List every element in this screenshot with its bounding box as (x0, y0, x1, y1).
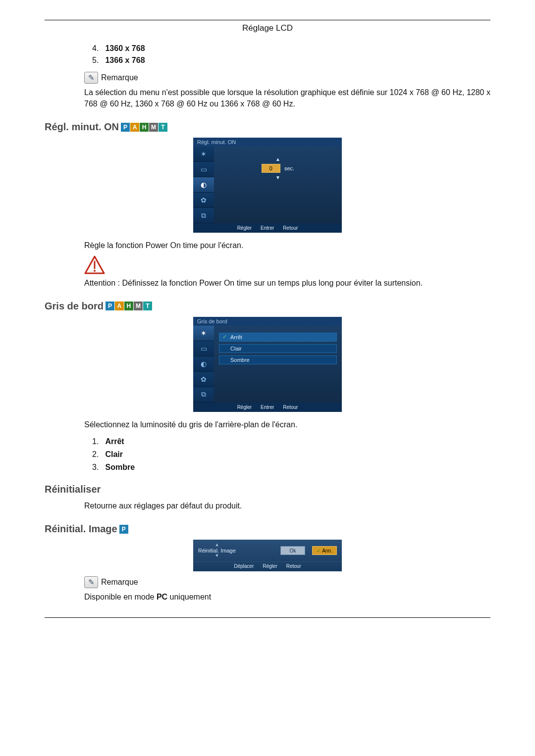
remark-label: Remarque (101, 73, 138, 82)
mode-tags: P A H M T (106, 302, 153, 310)
brightness-icon: ✶ (193, 147, 214, 162)
osd-main: ▲ 0 sec. ▼ (214, 147, 342, 223)
section-title-text: Réinitial. Image (45, 523, 117, 535)
spin-value: 0 (262, 164, 280, 173)
mode-tags: P A H M T (121, 123, 168, 132)
osd-sidebar: ✶ ▭ ◐ ✿ ⧉ (193, 326, 214, 403)
section-title-text: Gris de bord (45, 301, 104, 312)
footer-adjust: Régler (237, 404, 252, 410)
osd-footer: Régler Entrer Retour (193, 403, 342, 412)
timer-icon: ◐ (193, 177, 214, 193)
input-icon: ⧉ (193, 387, 214, 403)
option-label: Arrêt (230, 334, 242, 340)
spin-unit: sec. (284, 165, 294, 171)
mode-tag-a: A (115, 302, 124, 310)
note-icon: ✎ (84, 576, 98, 588)
list-number: 2. (92, 450, 103, 459)
osd-edge-gray: Gris de bord ✶ ▭ ◐ ✿ ⧉ ✓ Arrêt Clair (193, 317, 342, 412)
picture-icon: ▭ (193, 162, 214, 177)
mode-tag-m: M (134, 302, 143, 310)
bottom-divider (45, 617, 490, 618)
power-on-description: Règle la fonction Power On time pour l'é… (84, 240, 490, 251)
picture-icon: ▭ (193, 341, 214, 356)
list-item: 4. 1360 x 768 (92, 44, 490, 53)
check-icon: ✓ (222, 334, 227, 340)
list-number: 4. (92, 44, 103, 53)
gear-icon: ✿ (193, 193, 214, 208)
input-icon: ⧉ (193, 208, 214, 223)
check-icon: ✓ (317, 548, 321, 554)
text-pre: Disponible en mode (84, 593, 157, 601)
resolution-list-continued: 4. 1360 x 768 5. 1366 x 768 (92, 44, 490, 65)
mode-tag-t: T (143, 302, 152, 310)
option-label: Sombre (230, 357, 250, 363)
osd-footer: Régler Entrer Retour (193, 223, 342, 233)
remark-label: Remarque (101, 578, 138, 587)
remark-text: La sélection du menu n'est possible que … (84, 87, 490, 109)
section-reset-image-title: Réinitial. Image P (45, 523, 490, 535)
reset-image-remark: Disponible en mode PC uniquement (84, 591, 490, 603)
list-item: 3. Sombre (92, 463, 490, 472)
option-clair: Clair (219, 344, 337, 353)
gear-icon: ✿ (193, 372, 214, 387)
list-value: Arrêt (105, 437, 124, 446)
osd-main: ✓ Arrêt Clair Sombre (214, 326, 342, 403)
mode-tag-a: A (130, 123, 139, 132)
list-item: 5. 1366 x 768 (92, 56, 490, 65)
footer-return: Retour (283, 404, 298, 410)
list-value: 1360 x 768 (105, 44, 145, 52)
mode-tag-h: H (140, 123, 149, 132)
section-reset-title: Réinitialiser (45, 484, 490, 495)
list-number: 1. (92, 437, 103, 446)
section-title-text: Réinitialiser (45, 484, 101, 495)
list-value: 1366 x 768 (105, 56, 145, 64)
reset-description: Retourne aux réglages par défaut du prod… (84, 500, 490, 511)
mode-tag-h: H (124, 302, 133, 310)
ok-label: Ok (290, 548, 296, 554)
mode-tag-p: P (119, 525, 128, 534)
list-number: 3. (92, 463, 103, 472)
svg-point-2 (94, 270, 96, 272)
option-label: Clair (230, 346, 242, 352)
cancel-button: ✓ Ann. (312, 546, 337, 555)
footer-return: Retour (283, 225, 298, 231)
osd-power-on: Régl. minut. ON ✶ ▭ ◐ ✿ ⧉ ▲ 0 sec. ▼ (193, 138, 342, 233)
osd-title: Régl. minut. ON (193, 138, 342, 147)
remark-row: ✎ Remarque (84, 576, 490, 588)
mode-tag-m: M (149, 123, 158, 132)
option-arret: ✓ Arrêt (219, 333, 337, 342)
arrow-down-icon: ▼ (198, 554, 236, 558)
arrow-up-icon: ▲ (275, 156, 280, 162)
footer-enter: Entrer (261, 404, 274, 410)
list-value: Sombre (105, 463, 135, 471)
mode-tags: P (119, 525, 129, 534)
cancel-label: Ann. (322, 548, 332, 554)
remark-row: ✎ Remarque (84, 72, 490, 84)
osd-sidebar: ✶ ▭ ◐ ✿ ⧉ (193, 147, 214, 223)
text-post: uniquement (167, 593, 211, 601)
footer-adjust: Régler (263, 563, 277, 569)
mode-tag-p: P (121, 123, 130, 132)
mode-tag-t: T (159, 123, 167, 132)
option-sombre: Sombre (219, 355, 337, 364)
mode-tag-p: P (106, 302, 114, 310)
text-bold: PC (157, 593, 167, 601)
warning-icon (84, 255, 490, 274)
note-icon: ✎ (84, 72, 98, 84)
top-divider (45, 20, 490, 20)
osd-bar-footer: Déplacer Régler Retour (193, 561, 342, 571)
edge-gray-list: 1. Arrêt 2. Clair 3. Sombre (92, 437, 490, 472)
arrow-down-icon: ▼ (275, 175, 280, 180)
osd-bar-label: ▲ Réinitial. Image ▼ (198, 543, 236, 558)
osd-reset-image: ▲ Réinitial. Image ▼ Ok ✓ Ann. Déplacer … (193, 540, 342, 571)
section-title-text: Régl. minut. ON (45, 121, 119, 133)
footer-return: Retour (286, 563, 301, 569)
list-item: 2. Clair (92, 450, 490, 459)
page-title: Réglage LCD (45, 23, 490, 33)
ok-button: Ok (280, 546, 305, 555)
list-item: 1. Arrêt (92, 437, 490, 446)
footer-move: Déplacer (234, 563, 254, 569)
edge-gray-description: Sélectionnez la luminosité du gris de l'… (84, 419, 490, 430)
footer-adjust: Régler (237, 225, 252, 231)
list-value: Clair (105, 450, 123, 458)
